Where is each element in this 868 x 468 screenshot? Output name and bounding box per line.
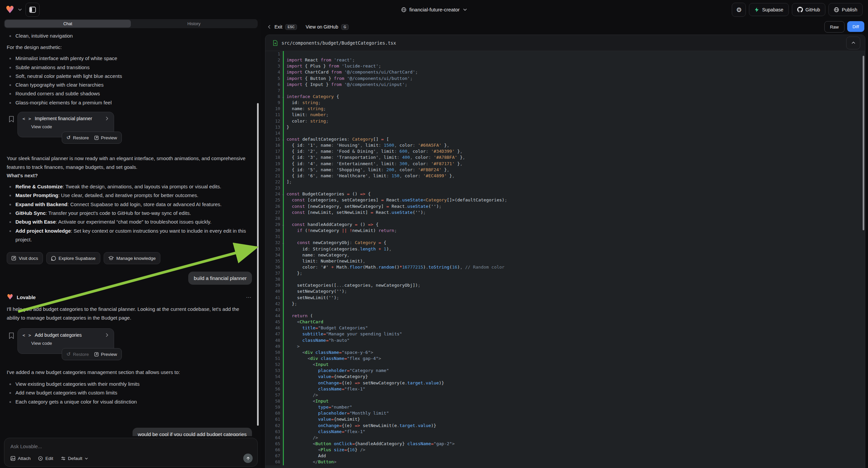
exit-button[interactable]: Exit ESC [268,24,297,30]
list-item: Debug with Ease: Activate our experiment… [7,217,252,226]
restore-button[interactable]: ↺ Restore [66,135,89,141]
version-title: Implement financial planner [35,116,92,121]
chat-messages: Clean, intuitive navigation For the desi… [0,30,261,436]
list-item: Refine & Customize: Tweak the design, an… [7,182,252,191]
message-menu-icon[interactable]: ⋯ [246,294,252,300]
github-button[interactable]: GitHub [792,3,826,16]
chat-history-tabs: Chat History [4,19,258,28]
file-bar[interactable]: src/components/budget/BudgetCategories.t… [266,35,865,51]
tab-chat[interactable]: Chat [5,20,131,28]
code-line: 23 [266,185,865,191]
chat-input[interactable]: Ask Lovable... [10,443,252,449]
code-line: 4import ChartCard from '@/components/ui/… [266,69,865,75]
fold-chevron-icon: ⌄ [282,191,284,197]
toggle-sidebar-button[interactable] [26,3,39,17]
model-selector[interactable]: Default [61,456,89,461]
code-line: 21 { id: '6', name: 'Healthcare', limit:… [266,173,865,179]
code-line: 28 [266,215,865,222]
publish-button[interactable]: Publish [829,3,863,16]
chat-composer[interactable]: Ask Lovable... Attach Edit [4,438,258,467]
arrow-up-icon [246,456,250,461]
view-code-link[interactable]: View code [31,124,109,129]
project-name: financial-future-creator [409,7,460,12]
code-line: 56 className="flex-1" [266,386,865,392]
tab-history[interactable]: History [131,20,257,28]
fold-chevron-icon: ⌄ [282,222,284,228]
list-item: Master Prompting: Use clear, detailed, a… [7,191,252,200]
chevron-right-icon [105,117,109,120]
settings-button[interactable]: ⚙ [732,3,746,17]
code-line: 65 <Button onClick={handleAddCategory} c… [266,441,865,447]
manage-knowledge-button[interactable]: Manage knowledge [104,252,160,264]
external-link-icon [11,256,16,261]
list-item: Subtle animations and transitions [7,63,252,72]
code-line: 61 value={newLimit} [266,416,865,422]
added-bullets: View existing budget categories with the… [7,380,252,406]
list-item: Clean typography with clear hierarchies [7,81,252,89]
code-line: 30 if (!newCategory || !newLimit) return… [266,228,865,234]
external-link-icon [94,352,99,356]
view-on-github-button[interactable]: View on GitHub G [306,24,349,30]
code-line: 8⌄interface Category { [266,94,865,100]
code-line: 14 [266,130,865,136]
code-scrollbar[interactable] [863,56,864,230]
esc-key-badge: ESC [285,24,297,30]
code-line: 15⌄const defaultCategories: Category[] =… [266,136,865,142]
bookmark-icon[interactable] [9,332,14,339]
code-line: 24⌄const BudgetCategories = () => { [266,191,865,197]
code-line: 50 <div className="space-y-6"> [266,350,865,355]
edit-mode-button[interactable]: Edit [38,456,53,461]
project-switcher[interactable]: financial-future-creator [401,0,467,19]
design-heading: For the design aesthetic: [7,43,252,51]
restore-button-disabled[interactable]: ↺ Restore [66,351,89,357]
chevron-down-icon [85,457,88,460]
code-line: 63 className="flex-1" [266,429,865,435]
supabase-button[interactable]: Supabase [749,3,788,16]
external-link-icon [94,136,99,140]
sliders-icon [61,456,66,461]
code-line: 42 }; [266,301,865,307]
version-actions-2: ↺ Restore Preview [62,348,122,360]
list-item: Glass-morphic elements for a premium fee… [7,98,252,107]
scrolled-bullet-list: Clean, intuitive navigation [7,32,252,40]
code-line: 55 onChange={(e) => setNewCategory(e.tar… [266,380,865,386]
chat-scrollbar[interactable] [257,103,259,426]
code-line: 67 Add [266,453,865,459]
lovable-logo-icon[interactable]: ♥ [5,5,14,15]
send-button[interactable] [243,454,253,463]
code-lines[interactable]: 12import React from 'react';3import { Pl… [266,51,865,468]
logo-chevron-down-icon[interactable] [18,7,22,12]
code-line: 44 return ( [266,313,865,319]
view-code-link[interactable]: View code [31,341,109,346]
list-item: Clean, intuitive navigation [7,32,252,40]
collapse-file-button[interactable] [846,37,860,49]
code-line: 1 [266,51,865,57]
attach-button[interactable]: Attach [10,456,31,461]
fold-chevron-icon: ⌄ [282,136,284,142]
explore-supabase-button[interactable]: Explore Supabase [46,252,100,264]
design-bullets: Minimalist interface with plenty of whit… [7,54,252,107]
target-icon [38,456,43,461]
code-line: 64 /> [266,435,865,441]
visit-docs-button[interactable]: Visit docs [7,252,43,264]
preview-button[interactable]: Preview [94,352,117,357]
code-viewer: src/components/budget/BudgetCategories.t… [265,35,865,468]
list-item: Each category gets a unique color for vi… [7,398,252,406]
code-line: 49 > [266,344,865,350]
code-line: 66 <Plus size={16} /> [266,447,865,453]
raw-toggle-button[interactable]: Raw [825,21,844,33]
code-line: 25 const [categories, setCategories] = R… [266,197,865,203]
graduation-cap-icon [108,256,114,261]
assistant-reply: I'll help you add budget categories to t… [7,305,252,322]
code-line: 12 color: string; [266,118,865,124]
bookmark-icon[interactable] [9,116,14,122]
assistant-header: ♥ Lovable ⋯ [7,293,252,301]
code-line: 46 title="Budget Categories" [266,325,865,331]
g-key-badge: G [341,24,349,30]
code-line: 36 color: '#' + Math.floor(Math.random()… [266,264,865,270]
restore-icon: ↺ [66,135,71,141]
chat-panel: Chat History Clean, intuitive navigation… [0,19,261,468]
diff-toggle-button[interactable]: Diff [847,21,864,32]
quick-actions: Visit docs Explore Supabase Manage knowl… [7,252,252,264]
preview-button[interactable]: Preview [94,135,117,140]
